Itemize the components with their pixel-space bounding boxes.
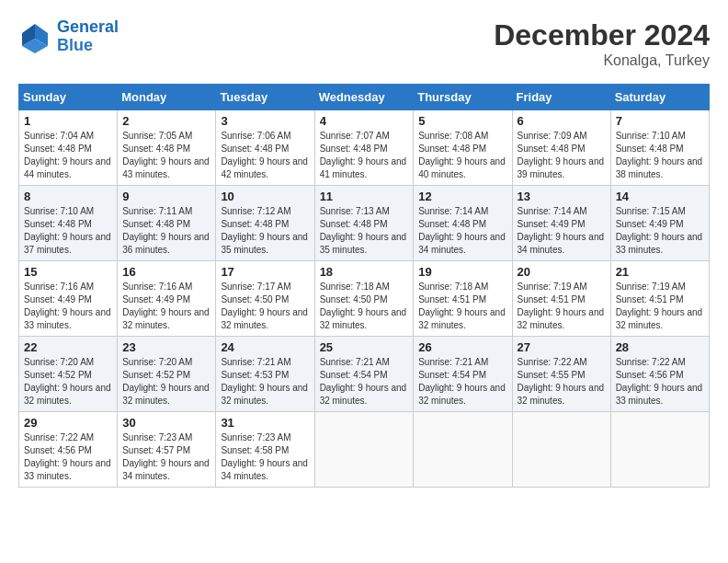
month-title: December 2024 xyxy=(494,18,710,52)
day-number: 20 xyxy=(518,265,606,279)
day-number: 11 xyxy=(320,190,409,203)
calendar-week-row: 22Sunrise: 7:20 AMSunset: 4:52 PMDayligh… xyxy=(19,337,710,412)
day-number: 18 xyxy=(320,265,409,279)
calendar-cell: 6Sunrise: 7:09 AMSunset: 4:48 PMDaylight… xyxy=(512,110,610,186)
calendar-cell: 31Sunrise: 7:23 AMSunset: 4:58 PMDayligh… xyxy=(216,412,314,488)
calendar-week-row: 15Sunrise: 7:16 AMSunset: 4:49 PMDayligh… xyxy=(19,261,710,337)
day-info: Sunrise: 7:20 AMSunset: 4:52 PMDaylight:… xyxy=(24,356,112,408)
day-info: Sunrise: 7:06 AMSunset: 4:48 PMDaylight:… xyxy=(221,130,309,181)
calendar-week-row: 8Sunrise: 7:10 AMSunset: 4:48 PMDaylight… xyxy=(19,186,710,261)
day-info: Sunrise: 7:16 AMSunset: 4:49 PMDaylight:… xyxy=(24,281,112,332)
day-info: Sunrise: 7:21 AMSunset: 4:54 PMDaylight:… xyxy=(320,356,409,408)
calendar-week-row: 1Sunrise: 7:04 AMSunset: 4:48 PMDaylight… xyxy=(19,110,710,186)
day-number: 12 xyxy=(418,190,506,203)
day-number: 17 xyxy=(221,265,309,279)
day-number: 27 xyxy=(518,340,606,354)
calendar-cell: 12Sunrise: 7:14 AMSunset: 4:48 PMDayligh… xyxy=(414,186,512,261)
calendar-cell: 5Sunrise: 7:08 AMSunset: 4:48 PMDaylight… xyxy=(414,110,512,186)
day-number: 14 xyxy=(616,190,704,203)
logo-text: General Blue xyxy=(57,18,119,55)
calendar-cell xyxy=(314,412,414,488)
day-info: Sunrise: 7:10 AMSunset: 4:48 PMDaylight:… xyxy=(616,130,704,181)
day-info: Sunrise: 7:17 AMSunset: 4:50 PMDaylight:… xyxy=(221,281,309,332)
day-number: 25 xyxy=(320,340,409,354)
calendar-cell: 27Sunrise: 7:22 AMSunset: 4:55 PMDayligh… xyxy=(512,337,610,412)
calendar-cell: 23Sunrise: 7:20 AMSunset: 4:52 PMDayligh… xyxy=(118,337,216,412)
calendar-cell: 17Sunrise: 7:17 AMSunset: 4:50 PMDayligh… xyxy=(216,261,314,337)
calendar-cell: 3Sunrise: 7:06 AMSunset: 4:48 PMDaylight… xyxy=(216,110,314,186)
day-number: 8 xyxy=(24,190,112,203)
calendar-cell: 22Sunrise: 7:20 AMSunset: 4:52 PMDayligh… xyxy=(19,337,118,412)
day-number: 5 xyxy=(418,114,506,128)
logo-icon xyxy=(18,20,51,53)
weekday-header: Thursday xyxy=(414,85,512,110)
logo-line2: Blue xyxy=(57,36,93,54)
day-info: Sunrise: 7:11 AMSunset: 4:48 PMDaylight:… xyxy=(122,205,210,257)
calendar-cell: 18Sunrise: 7:18 AMSunset: 4:50 PMDayligh… xyxy=(314,261,414,337)
calendar-cell: 28Sunrise: 7:22 AMSunset: 4:56 PMDayligh… xyxy=(610,337,709,412)
day-number: 15 xyxy=(24,265,112,279)
day-number: 6 xyxy=(518,114,606,128)
day-info: Sunrise: 7:07 AMSunset: 4:48 PMDaylight:… xyxy=(320,130,409,181)
calendar-cell xyxy=(610,412,709,488)
calendar-cell: 13Sunrise: 7:14 AMSunset: 4:49 PMDayligh… xyxy=(512,186,610,261)
calendar-cell: 9Sunrise: 7:11 AMSunset: 4:48 PMDaylight… xyxy=(118,186,216,261)
calendar-cell: 11Sunrise: 7:13 AMSunset: 4:48 PMDayligh… xyxy=(314,186,414,261)
logo-line1: General xyxy=(57,17,119,36)
calendar-cell: 15Sunrise: 7:16 AMSunset: 4:49 PMDayligh… xyxy=(19,261,118,337)
location: Konalga, Turkey xyxy=(494,52,710,69)
day-number: 4 xyxy=(320,114,409,128)
day-info: Sunrise: 7:21 AMSunset: 4:54 PMDaylight:… xyxy=(418,356,506,408)
calendar-cell: 30Sunrise: 7:23 AMSunset: 4:57 PMDayligh… xyxy=(118,412,216,488)
day-number: 10 xyxy=(221,190,309,203)
day-number: 26 xyxy=(418,340,506,354)
day-number: 1 xyxy=(24,114,112,128)
day-info: Sunrise: 7:05 AMSunset: 4:48 PMDaylight:… xyxy=(122,130,210,181)
calendar-cell: 25Sunrise: 7:21 AMSunset: 4:54 PMDayligh… xyxy=(314,337,414,412)
day-number: 22 xyxy=(24,340,112,354)
day-number: 9 xyxy=(122,190,210,203)
day-info: Sunrise: 7:04 AMSunset: 4:48 PMDaylight:… xyxy=(24,130,112,181)
calendar-cell: 20Sunrise: 7:19 AMSunset: 4:51 PMDayligh… xyxy=(512,261,610,337)
day-number: 16 xyxy=(122,265,210,279)
calendar-cell: 21Sunrise: 7:19 AMSunset: 4:51 PMDayligh… xyxy=(610,261,709,337)
day-info: Sunrise: 7:14 AMSunset: 4:49 PMDaylight:… xyxy=(518,205,606,257)
weekday-header: Monday xyxy=(118,85,216,110)
calendar-cell: 2Sunrise: 7:05 AMSunset: 4:48 PMDaylight… xyxy=(118,110,216,186)
day-info: Sunrise: 7:16 AMSunset: 4:49 PMDaylight:… xyxy=(122,281,210,332)
day-info: Sunrise: 7:14 AMSunset: 4:48 PMDaylight:… xyxy=(418,205,506,257)
day-info: Sunrise: 7:18 AMSunset: 4:50 PMDaylight:… xyxy=(320,281,409,332)
day-info: Sunrise: 7:22 AMSunset: 4:56 PMDaylight:… xyxy=(616,356,704,408)
weekday-header: Saturday xyxy=(610,85,709,110)
day-info: Sunrise: 7:22 AMSunset: 4:56 PMDaylight:… xyxy=(24,431,112,483)
day-info: Sunrise: 7:23 AMSunset: 4:57 PMDaylight:… xyxy=(122,431,210,483)
calendar-cell: 14Sunrise: 7:15 AMSunset: 4:49 PMDayligh… xyxy=(610,186,709,261)
day-info: Sunrise: 7:19 AMSunset: 4:51 PMDaylight:… xyxy=(518,281,606,332)
day-number: 19 xyxy=(418,265,506,279)
day-info: Sunrise: 7:10 AMSunset: 4:48 PMDaylight:… xyxy=(24,205,112,257)
day-number: 31 xyxy=(221,416,309,430)
page-header: General Blue December 2024 Konalga, Turk… xyxy=(18,18,710,69)
day-number: 7 xyxy=(616,114,704,128)
calendar-cell: 29Sunrise: 7:22 AMSunset: 4:56 PMDayligh… xyxy=(19,412,118,488)
calendar-cell xyxy=(512,412,610,488)
day-number: 28 xyxy=(616,340,704,354)
calendar-cell xyxy=(414,412,512,488)
day-info: Sunrise: 7:09 AMSunset: 4:48 PMDaylight:… xyxy=(518,130,606,181)
calendar-cell: 4Sunrise: 7:07 AMSunset: 4:48 PMDaylight… xyxy=(314,110,414,186)
day-info: Sunrise: 7:21 AMSunset: 4:53 PMDaylight:… xyxy=(221,356,309,408)
day-info: Sunrise: 7:22 AMSunset: 4:55 PMDaylight:… xyxy=(518,356,606,408)
day-number: 23 xyxy=(122,340,210,354)
weekday-header: Wednesday xyxy=(314,85,414,110)
calendar-week-row: 29Sunrise: 7:22 AMSunset: 4:56 PMDayligh… xyxy=(19,412,710,488)
day-number: 21 xyxy=(616,265,704,279)
weekday-header: Friday xyxy=(512,85,610,110)
day-info: Sunrise: 7:20 AMSunset: 4:52 PMDaylight:… xyxy=(122,356,210,408)
day-number: 2 xyxy=(122,114,210,128)
day-info: Sunrise: 7:19 AMSunset: 4:51 PMDaylight:… xyxy=(616,281,704,332)
logo: General Blue xyxy=(18,18,119,55)
weekday-header: Tuesday xyxy=(216,85,314,110)
day-info: Sunrise: 7:18 AMSunset: 4:51 PMDaylight:… xyxy=(418,281,506,332)
calendar-cell: 1Sunrise: 7:04 AMSunset: 4:48 PMDaylight… xyxy=(19,110,118,186)
calendar-table: SundayMondayTuesdayWednesdayThursdayFrid… xyxy=(18,84,710,488)
